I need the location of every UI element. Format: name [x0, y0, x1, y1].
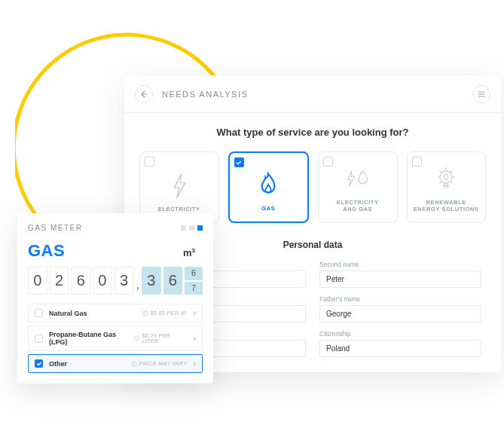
gas-type-natural[interactable]: Natural Gas $0.05 PER M³ ›: [28, 304, 203, 322]
hamburger-icon: [478, 90, 485, 98]
fathers-name-input[interactable]: [319, 305, 481, 322]
svg-point-5: [136, 337, 137, 338]
field-label-second-name: Second name: [319, 261, 481, 268]
needs-analysis-header: NEEDS ANALYSIS: [124, 75, 501, 113]
info-icon: [131, 361, 137, 367]
service-checkbox[interactable]: [145, 157, 154, 167]
service-label: RENEWABLE ENERGY SOLUTIONS: [414, 199, 479, 214]
citizenship-input[interactable]: [319, 340, 481, 357]
svg-point-2: [145, 311, 145, 312]
gas-type-name: Propane-Butane Gas (LPG): [49, 331, 134, 346]
digit: 0: [28, 267, 47, 295]
info-icon: [134, 335, 140, 341]
field-label-citizenship: Citizenship: [319, 330, 481, 338]
svg-rect-3: [145, 313, 145, 314]
gas-type-name: Natural Gas: [49, 310, 87, 317]
digit-decimal-small: 7: [185, 282, 203, 295]
service-options: ELECTRICITY GAS: [139, 151, 486, 223]
gas-type-price: $0.79 PER LITER: [134, 333, 188, 344]
meter-digits: 0 2 6 0 3 , 3 6 6 7: [28, 267, 203, 295]
digit-decimal: 3: [142, 267, 161, 295]
second-name-input[interactable]: [319, 270, 481, 288]
chevron-right-icon: ›: [194, 335, 196, 343]
gas-type-price: PRICE MAY VARY: [131, 361, 188, 367]
pager-dot[interactable]: [189, 225, 194, 231]
service-question: What type of service are you looking for…: [139, 127, 486, 138]
renewable-icon: [434, 164, 458, 194]
gas-unit: m3: [183, 247, 195, 258]
gas-type-name: Other: [49, 360, 67, 368]
menu-button[interactable]: [472, 85, 490, 103]
digit: 2: [50, 267, 69, 295]
gas-brand: GAS: [28, 241, 65, 261]
gas-type-checkbox[interactable]: [35, 359, 43, 368]
gas-type-checkbox[interactable]: [35, 335, 43, 343]
svg-rect-9: [133, 363, 134, 365]
digit: 6: [71, 267, 90, 295]
service-label: ELECTRICITY: [158, 206, 200, 213]
check-icon: [236, 160, 242, 166]
service-card-electricity-gas[interactable]: ELECTRICITY AND GAS: [318, 151, 398, 223]
digit: 0: [93, 267, 112, 295]
gas-type-price: $0.05 PER M³: [142, 310, 188, 316]
digit-decimal-small: 6: [185, 267, 203, 280]
digit: 3: [115, 267, 134, 295]
pager-dot[interactable]: [181, 225, 186, 231]
info-icon: [142, 310, 148, 316]
service-card-electricity[interactable]: ELECTRICITY: [139, 151, 219, 223]
back-button[interactable]: [135, 85, 153, 103]
gas-meter-header: GAS METER: [28, 224, 82, 232]
gas-type-lpg[interactable]: Propane-Butane Gas (LPG) $0.79 PER LITER…: [28, 325, 203, 351]
pager-dots[interactable]: [181, 225, 203, 231]
chevron-right-icon: ›: [194, 309, 196, 317]
gas-type-other[interactable]: Other PRICE MAY VARY ›: [28, 354, 203, 373]
service-label: GAS: [261, 205, 275, 212]
digit-decimal: 6: [163, 267, 183, 295]
electricity-icon: [169, 171, 190, 201]
service-checkbox[interactable]: [412, 157, 422, 167]
arrow-left-icon: [140, 90, 148, 98]
field-label-fathers-name: Father's name: [319, 295, 481, 303]
decimal-separator: ,: [136, 278, 139, 295]
service-checkbox[interactable]: [234, 157, 244, 167]
service-checkbox[interactable]: [323, 157, 333, 167]
needs-analysis-title: NEEDS ANALYSIS: [162, 90, 248, 99]
check-icon: [36, 361, 42, 367]
pager-dot-active[interactable]: [197, 225, 203, 231]
service-card-renewable[interactable]: RENEWABLE ENERGY SOLUTIONS: [407, 151, 487, 223]
svg-point-8: [133, 362, 134, 362]
gas-type-checkbox[interactable]: [35, 309, 43, 317]
service-label: ELECTRICITY AND GAS: [337, 199, 379, 214]
electricity-gas-icon: [344, 164, 371, 194]
gas-type-list: Natural Gas $0.05 PER M³ › Propane-Butan…: [28, 304, 203, 376]
gas-icon: [257, 170, 279, 200]
chevron-right-icon: ›: [194, 359, 196, 368]
service-card-gas[interactable]: GAS: [228, 151, 310, 223]
svg-rect-6: [136, 338, 137, 340]
gas-meter-card: GAS METER GAS m3 0 2 6 0 3 , 3 6 6 7 Nat…: [17, 213, 213, 383]
